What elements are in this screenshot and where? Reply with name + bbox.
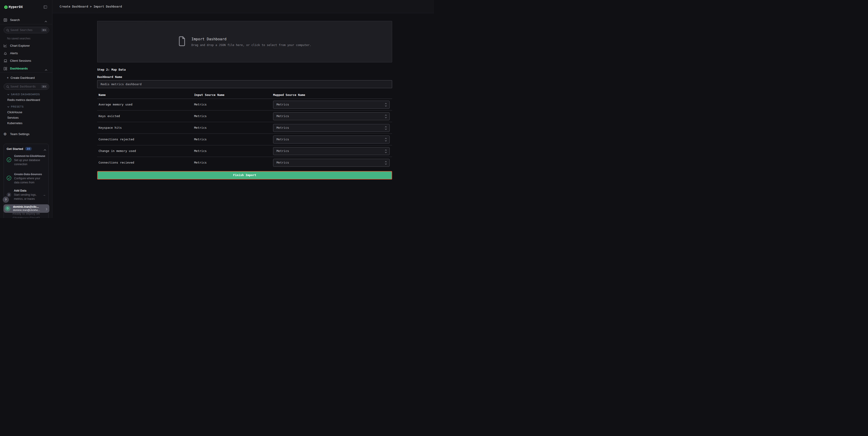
shortcut-badge: ⌘K — [41, 28, 47, 32]
dashboard-name-input[interactable] — [97, 80, 392, 88]
row-input-source: Metrics — [194, 161, 207, 164]
table-row: Keyspace hits Metrics Metrics — [97, 122, 392, 134]
mapping-table: Name Input Source Name Mapped Source Nam… — [97, 92, 392, 169]
sidebar: HyperDX Search ⌘K No saved searches — [0, 0, 52, 218]
user-profile-chip[interactable]: D dominic.tran@clic... dominic.tran@clic… — [3, 204, 50, 213]
preset-item-services[interactable]: Services — [7, 116, 19, 119]
mapped-source-select[interactable]: Metrics — [273, 124, 390, 132]
check-circle-icon — [7, 157, 11, 163]
chart-explorer-icon — [4, 44, 7, 48]
bell-icon — [4, 52, 7, 56]
saved-dashboards-input[interactable] — [10, 84, 38, 89]
get-started-item-title: Add Data — [14, 188, 43, 193]
row-input-source: Metrics — [194, 138, 207, 141]
sidebar-item-client-sessions[interactable]: Client Sessions — [0, 58, 52, 64]
step-number-badge: 3 — [7, 193, 11, 197]
dashboards-grid-icon — [4, 67, 7, 71]
chevron-down-icon — [7, 105, 9, 108]
row-input-source: Metrics — [194, 149, 207, 153]
saved-dashboard-item[interactable]: Redis metrics dashboard — [7, 98, 40, 101]
dropzone-subtitle: Drag and drop a JSON file here, or click… — [191, 43, 311, 47]
sidebar-item-label: Chart Explorer — [10, 44, 30, 48]
column-header-name: Name — [98, 93, 105, 96]
select-value: Metrics — [277, 161, 289, 164]
mapped-source-select[interactable]: Metrics — [273, 136, 390, 144]
saved-searches-input[interactable] — [10, 27, 38, 33]
sidebar-item-label: Dashboards — [10, 67, 28, 70]
avatar: D — [5, 206, 10, 211]
get-started-item-title: Connect to ClickHouse — [14, 154, 46, 158]
import-dropzone[interactable]: Import Dashboard Drag and drop a JSON fi… — [97, 21, 392, 62]
check-circle-icon — [7, 176, 11, 181]
select-value: Metrics — [277, 149, 289, 153]
file-icon — [178, 36, 186, 47]
saved-dashboards-header[interactable]: SAVED DASHBOARDS — [7, 93, 40, 96]
select-chevrons-icon — [385, 103, 387, 108]
arrow-right-icon: → — [42, 193, 46, 197]
table-row: Connections recieved Metrics Metrics — [97, 157, 392, 169]
table-row: Change in memory used Metrics Metrics — [97, 145, 392, 157]
preset-item-clickhouse[interactable]: ClickHouse — [7, 111, 22, 114]
main-content: Import Dashboard Drag and drop a JSON fi… — [53, 13, 434, 218]
mapped-source-select[interactable]: Metrics — [273, 159, 390, 167]
sidebar-item-alerts[interactable]: Alerts — [0, 50, 52, 57]
table-header-row: Name Input Source Name Mapped Source Nam… — [97, 92, 392, 99]
chevron-up-icon — [44, 19, 47, 23]
row-name: Connections rejected — [98, 138, 134, 141]
select-chevrons-icon — [385, 161, 387, 166]
sidebar-item-label: Client Sessions — [10, 59, 31, 62]
select-value: Metrics — [277, 114, 289, 118]
table-row: Connections rejected Metrics Metrics — [97, 134, 392, 145]
team-settings-label: Team Settings — [10, 132, 30, 136]
table-row: Keys evicted Metrics Metrics — [97, 111, 392, 122]
divider — [0, 72, 52, 73]
get-started-item-sources[interactable]: Create Data Sources Configure where your… — [7, 172, 46, 184]
select-value: Metrics — [277, 103, 289, 106]
magnifier-icon — [6, 85, 9, 89]
get-started-item-desc: Start sending logs, metrics, or traces — [14, 193, 43, 201]
plus-icon: + — [7, 76, 9, 80]
chevron-up-icon — [45, 68, 47, 72]
sidebar-item-team-settings[interactable]: ⚙ Team Settings — [0, 131, 52, 138]
magnifier-icon — [6, 29, 9, 33]
presets-header-label: PRESETS — [11, 105, 24, 108]
column-header-mapped-source: Mapped Source Name — [273, 93, 305, 96]
get-started-item-add-data[interactable]: 3 Add Data Start sending logs, metrics, … — [7, 188, 46, 201]
create-dashboard-button[interactable]: +Create Dashboard — [7, 76, 35, 80]
hyperdx-app: HyperDX Search ⌘K No saved searches — [0, 0, 434, 218]
saved-dashboards-search: ⌘K — [4, 83, 49, 90]
step-label: Step 2: Map Data — [97, 68, 126, 71]
search-section-icon — [4, 19, 7, 23]
mapped-source-select[interactable]: Metrics — [273, 147, 390, 155]
column-header-input-source: Input Source Name — [194, 93, 224, 96]
sidebar-item-dashboards[interactable]: Dashboards — [0, 65, 52, 72]
presets-header[interactable]: PRESETS — [7, 105, 24, 108]
sidebar-item-chart-explorer[interactable]: Chart Explorer — [0, 42, 52, 50]
sidebar-collapse-icon[interactable] — [43, 5, 47, 9]
sidebar-item-label: Alerts — [10, 52, 18, 55]
row-input-source: Metrics — [194, 103, 207, 106]
shortcut-badge: ⌘K — [41, 85, 47, 88]
preset-item-kubernetes[interactable]: Kubernetes — [7, 121, 23, 125]
sidebar-item-label: Search — [10, 18, 20, 22]
row-input-source: Metrics — [194, 126, 207, 129]
sidebar-item-search[interactable]: Search — [0, 17, 52, 24]
finish-import-button[interactable]: Finish Import — [97, 171, 392, 179]
select-chevrons-icon — [385, 126, 387, 131]
get-started-item-desc: Set up your database connection — [14, 158, 46, 166]
mapped-source-select[interactable]: Metrics — [273, 101, 390, 109]
gear-icon: ⚙ — [3, 132, 7, 136]
chevron-up-icon[interactable] — [44, 148, 46, 152]
row-name: Change in memory used — [98, 149, 136, 153]
get-started-progress-badge: 2/3 — [25, 147, 32, 151]
row-input-source: Metrics — [194, 114, 207, 118]
table-row: Average memory used Metrics Metrics — [97, 99, 392, 111]
mapped-source-select[interactable]: Metrics — [273, 112, 390, 120]
help-button[interactable]: ? — [3, 197, 9, 203]
get-started-item-connect[interactable]: Connect to ClickHouse Set up your databa… — [7, 154, 46, 166]
user-email: dominic.tran@clickho... — [13, 209, 45, 211]
saved-searches-search: ⌘K — [4, 27, 49, 33]
select-chevrons-icon — [385, 149, 387, 154]
get-started-item-title: Create Data Sources — [14, 172, 46, 177]
dropzone-title: Import Dashboard — [191, 37, 311, 41]
